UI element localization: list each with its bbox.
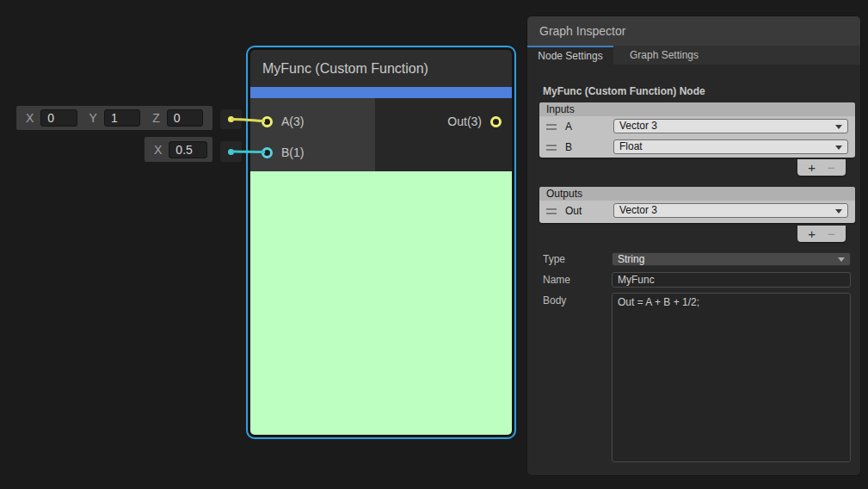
node-output-ports: Out(3) <box>375 98 512 171</box>
custom-function-node[interactable]: MyFunc (Custom Function) A(3) B(1) Out(3… <box>249 48 514 436</box>
dropdown-arrow-icon <box>835 209 842 214</box>
z-component-label: Z <box>152 111 160 125</box>
graph-inspector-title[interactable]: Graph Inspector <box>527 16 860 46</box>
type-dropdown[interactable]: String <box>612 252 851 266</box>
add-input-button[interactable]: + <box>808 161 816 174</box>
input-b-type-dropdown[interactable]: Float <box>613 139 848 154</box>
remove-input-button[interactable]: − <box>828 161 835 174</box>
inputs-list-header: Inputs <box>539 102 855 116</box>
drag-handle-icon[interactable] <box>546 145 557 151</box>
port-row-b[interactable]: B(1) <box>250 140 375 164</box>
vector3-edge-connector-box <box>220 109 242 129</box>
port-b-label: B(1) <box>281 145 304 159</box>
dropdown-arrow-icon <box>835 145 842 150</box>
float-edge-dot-icon <box>228 149 234 155</box>
port-row-a[interactable]: A(3) <box>250 109 375 133</box>
x-component-field[interactable]: 0 <box>40 109 77 127</box>
vector3-edge-dot-icon <box>228 116 234 122</box>
output-port-out-icon[interactable] <box>490 116 502 127</box>
float-edge-connector-box <box>220 141 242 162</box>
float-x-field[interactable]: 0.5 <box>169 141 207 158</box>
port-a-label: A(3) <box>281 115 304 128</box>
output-row-out[interactable]: Out Vector 3 <box>539 201 855 221</box>
y-component-label: Y <box>89 111 97 125</box>
body-label: Body <box>543 294 566 306</box>
input-row-a[interactable]: A Vector 3 <box>539 116 855 137</box>
node-title: MyFunc (Custom Function) <box>250 50 512 87</box>
node-selection-outline: MyFunc (Custom Function) A(3) B(1) Out(3… <box>246 46 516 439</box>
node-input-ports: A(3) B(1) <box>250 98 375 171</box>
node-ports-area: A(3) B(1) Out(3) <box>250 98 512 171</box>
tab-node-settings[interactable]: Node Settings <box>527 46 613 65</box>
node-accent-bar <box>250 87 512 98</box>
name-field[interactable]: MyFunc <box>612 272 851 288</box>
input-port-b-icon[interactable] <box>262 147 273 158</box>
drag-handle-icon[interactable] <box>546 124 557 130</box>
remove-output-button[interactable]: − <box>828 227 835 240</box>
node-settings-subheader: MyFunc (Custom Function) Node <box>543 85 705 97</box>
inputs-list-footer: + − <box>797 159 846 176</box>
input-a-type-value: Vector 3 <box>619 120 657 132</box>
dropdown-arrow-icon <box>835 125 842 129</box>
vector3-input-widget: X 0 Y 1 Z 0 <box>16 106 212 130</box>
input-b-type-value: Float <box>619 140 643 152</box>
body-textarea[interactable]: Out = A + B + 1/2; <box>612 293 851 462</box>
output-out-type-value: Vector 3 <box>619 204 657 216</box>
dropdown-arrow-icon <box>838 257 845 262</box>
drag-handle-icon[interactable] <box>546 208 557 214</box>
type-label: Type <box>543 253 565 265</box>
outputs-list: Outputs Out Vector 3 <box>539 187 855 223</box>
output-out-name: Out <box>565 205 582 217</box>
outputs-list-footer: + − <box>797 226 846 242</box>
tab-graph-settings[interactable]: Graph Settings <box>613 46 715 65</box>
inspector-tab-strip: Node Settings Graph Settings <box>527 46 860 65</box>
float-x-label: X <box>154 143 162 157</box>
type-value: String <box>618 253 644 265</box>
add-output-button[interactable]: + <box>808 227 816 240</box>
outputs-list-header: Outputs <box>539 187 855 201</box>
name-label: Name <box>543 274 570 286</box>
node-preview <box>250 171 512 435</box>
input-port-a-icon[interactable] <box>262 116 273 127</box>
output-out-type-dropdown[interactable]: Vector 3 <box>613 203 848 218</box>
input-b-name: B <box>565 141 572 153</box>
inputs-list: Inputs A Vector 3 B Float <box>539 102 855 158</box>
float-input-widget: X 0.5 <box>145 137 212 162</box>
graph-inspector-panel: Graph Inspector Node Settings Graph Sett… <box>526 15 861 476</box>
z-component-field[interactable]: 0 <box>167 109 203 127</box>
port-row-out[interactable]: Out(3) <box>436 109 512 133</box>
port-out-label: Out(3) <box>447 115 482 128</box>
shader-graph-canvas: X 0 Y 1 Z 0 X 0.5 MyFunc (Custom Functio… <box>0 0 868 489</box>
y-component-field[interactable]: 1 <box>104 109 140 127</box>
input-row-b[interactable]: B Float <box>539 137 855 158</box>
input-a-name: A <box>565 121 572 133</box>
x-component-label: X <box>26 111 34 125</box>
input-a-type-dropdown[interactable]: Vector 3 <box>613 119 848 133</box>
